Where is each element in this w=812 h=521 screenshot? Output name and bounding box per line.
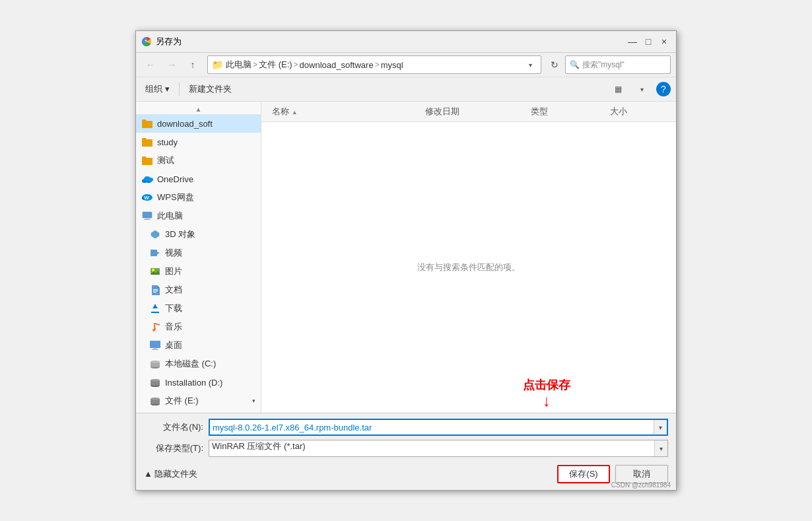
sidebar-item-onedrive[interactable]: OneDrive (136, 170, 261, 188)
search-icon: 🔍 (570, 60, 580, 69)
svg-rect-10 (145, 218, 149, 219)
col-name[interactable]: 名称 ▲ (267, 104, 420, 119)
sidebar-item-document[interactable]: 文档 (136, 281, 261, 299)
filename-row: 文件名(N): ▾ (144, 419, 668, 436)
sidebar-label-document: 文档 (165, 284, 182, 296)
sidebar-label-study: study (157, 137, 178, 147)
download-icon (149, 302, 161, 314)
picture-icon (149, 265, 161, 277)
col-size[interactable]: 大小 (605, 104, 671, 119)
sidebar-label-download-soft: download_soft (157, 119, 213, 129)
sidebar-item-drive-d[interactable]: Installation (D:) (136, 373, 261, 392)
3d-icon (149, 228, 161, 240)
sidebar-item-drive-e[interactable]: 文件 (E:) ▾ (136, 392, 261, 410)
filename-dropdown-button[interactable]: ▾ (654, 420, 667, 434)
search-box[interactable]: 🔍 搜索"mysql" (565, 55, 671, 74)
drive-d-icon (149, 376, 161, 388)
buttons-row: ▲ 隐藏文件夹 保存(S) 取消 (144, 461, 668, 485)
svg-marker-12 (151, 230, 159, 238)
video-icon (149, 247, 161, 259)
address-sep-2: > (294, 60, 298, 69)
refresh-button[interactable]: ↻ (547, 57, 562, 73)
title-bar: 另存为 — □ × (136, 31, 676, 53)
svg-rect-27 (153, 348, 157, 349)
address-part-3[interactable]: download_software (300, 60, 374, 70)
address-part-4[interactable]: mysql (381, 60, 403, 70)
filename-input[interactable] (210, 420, 654, 434)
address-bar: 📁 此电脑 > 文件 (E:) > download_software > my… (207, 55, 541, 74)
onedrive-icon (141, 173, 153, 185)
sidebar-item-study[interactable]: study (136, 133, 261, 151)
svg-point-31 (151, 361, 160, 363)
sidebar-item-download-soft[interactable]: download_soft (136, 114, 261, 133)
address-sep-1: > (253, 60, 257, 69)
sidebar-label-drive-d: Installation (D:) (165, 378, 222, 388)
help-button[interactable]: ? (656, 82, 671, 96)
right-panel: 名称 ▲ 修改日期 类型 大小 没有与搜索条件匹配的项。 (261, 102, 676, 413)
sidebar-item-ceshi[interactable]: 测试 (136, 151, 261, 170)
maximize-button[interactable]: □ (642, 35, 655, 48)
svg-rect-28 (152, 349, 158, 350)
sidebar-item-thispc[interactable]: 此电脑 (136, 207, 261, 225)
up-button[interactable]: ↑ (184, 55, 202, 74)
svg-point-34 (151, 379, 160, 382)
col-date[interactable]: 修改日期 (420, 104, 525, 119)
wps-icon: W (141, 191, 153, 203)
sidebar-item-picture[interactable]: 图片 (136, 262, 261, 281)
svg-rect-23 (151, 312, 159, 313)
sidebar-item-download[interactable]: 下载 (136, 299, 261, 318)
action-bar: 组织 ▾ 新建文件夹 ▦ ▾ ? (136, 77, 676, 102)
sidebar-item-drive-c[interactable]: 本地磁盘 (C:) (136, 355, 261, 373)
action-buttons: 保存(S) 取消 (557, 465, 668, 483)
svg-rect-19 (153, 291, 158, 291)
hide-folder-button[interactable]: ▲ 隐藏文件夹 (144, 468, 197, 480)
action-divider (179, 83, 180, 96)
sidebar-item-desktop[interactable]: 桌面 (136, 336, 261, 355)
organize-button[interactable]: 组织 ▾ (141, 81, 174, 97)
sidebar-item-music[interactable]: 音乐 (136, 318, 261, 336)
minimize-button[interactable]: — (626, 35, 639, 48)
dialog-title: 另存为 (156, 36, 626, 48)
file-list-header: 名称 ▲ 修改日期 类型 大小 (261, 102, 676, 122)
filetype-select-wrapper: WinRAR 压缩文件 (*.tar) ▾ (209, 440, 668, 457)
sidebar-label-ceshi: 测试 (157, 155, 174, 166)
sort-arrow: ▲ (292, 109, 298, 116)
view-dropdown-button[interactable]: ▾ (632, 80, 651, 98)
save-button[interactable]: 保存(S) (557, 465, 610, 483)
address-part-2[interactable]: 文件 (E:) (259, 59, 292, 71)
dialog-icon (141, 36, 152, 47)
address-dropdown-button[interactable]: ▾ (524, 55, 537, 74)
window-controls: — □ × (626, 35, 671, 48)
watermark: CSDN @zch981984 (611, 481, 671, 489)
cancel-button[interactable]: 取消 (615, 465, 668, 483)
svg-text:W: W (144, 195, 149, 201)
view-button[interactable]: ▦ (609, 80, 627, 98)
filetype-dropdown-button[interactable]: ▾ (654, 440, 667, 456)
close-button[interactable]: × (658, 35, 671, 48)
filetype-label: 保存类型(T): (144, 442, 203, 454)
back-button[interactable]: ← (141, 55, 160, 74)
sidebar-item-wps[interactable]: W WPS网盘 (136, 188, 261, 207)
address-part-1[interactable]: 此电脑 (226, 59, 252, 71)
address-folder-icon: 📁 (212, 59, 223, 70)
svg-rect-24 (154, 323, 155, 328)
sidebar-label-desktop: 桌面 (165, 339, 182, 351)
sidebar-item-3d[interactable]: 3D 对象 (136, 225, 261, 244)
svg-rect-22 (154, 304, 156, 308)
svg-rect-18 (153, 289, 158, 290)
document-icon (149, 284, 161, 296)
forward-button[interactable]: → (162, 55, 181, 74)
save-dialog: 另存为 — □ × ← → ↑ 📁 此电脑 > 文件 (E:) > downlo… (135, 30, 677, 491)
drive-e-icon (149, 395, 161, 407)
file-list-body: 没有与搜索条件匹配的项。 (261, 122, 676, 413)
sidebar-label-music: 音乐 (165, 321, 182, 333)
sidebar-label-onedrive: OneDrive (157, 174, 193, 184)
svg-point-5 (148, 178, 153, 182)
filetype-value: WinRAR 压缩文件 (*.tar) (209, 440, 654, 456)
bottom-area: 点击保存 ↓ 文件名(N): ▾ 保存类型(T): WinRAR 压缩文件 (*… (136, 413, 676, 490)
filename-label: 文件名(N): (144, 421, 203, 433)
new-folder-button[interactable]: 新建文件夹 (185, 81, 236, 97)
col-type[interactable]: 类型 (525, 104, 605, 119)
sidebar-item-video[interactable]: 视频 (136, 244, 261, 262)
sidebar-label-video: 视频 (165, 247, 182, 259)
